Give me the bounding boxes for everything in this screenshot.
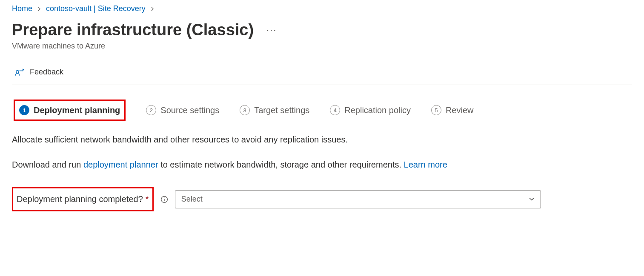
breadcrumb: Home contoso-vault | Site Recovery (12, 4, 632, 13)
more-actions-button[interactable]: ··· (264, 24, 279, 37)
step-label: Target settings (254, 105, 309, 115)
step-number: 2 (146, 105, 156, 115)
description-line-2: Download and run deployment planner to e… (12, 159, 632, 171)
feedback-icon (14, 67, 25, 77)
step-number: 5 (431, 105, 441, 115)
step-label: Replication policy (344, 105, 411, 115)
deployment-completed-select[interactable]: Select (175, 191, 541, 208)
toolbar: Feedback (12, 65, 632, 85)
page-title: Prepare infrastructure (Classic) (12, 21, 254, 39)
required-marker: * (146, 194, 149, 204)
feedback-label: Feedback (30, 68, 63, 77)
text-fragment: Download and run (12, 160, 83, 169)
feedback-button[interactable]: Feedback (12, 65, 66, 79)
breadcrumb-vault[interactable]: contoso-vault | Site Recovery (46, 4, 146, 13)
step-source-settings[interactable]: 2 Source settings (146, 105, 219, 115)
svg-point-0 (16, 71, 19, 73)
highlight-label: Deployment planning completed? * (12, 187, 154, 211)
step-review[interactable]: 5 Review (431, 105, 474, 115)
page-subtitle: VMware machines to Azure (12, 42, 632, 51)
step-label: Deployment planning (34, 105, 120, 115)
step-replication-policy[interactable]: 4 Replication policy (330, 105, 411, 115)
step-deployment-planning[interactable]: 1 Deployment planning (19, 105, 120, 115)
select-display[interactable]: Select (175, 191, 541, 208)
description-line-1: Allocate sufficient network bandwidth an… (12, 134, 632, 146)
learn-more-link[interactable]: Learn more (404, 160, 447, 169)
form-row-deployment-completed: Deployment planning completed? * Select (12, 187, 632, 211)
deployment-planner-link[interactable]: deployment planner (83, 160, 158, 169)
field-label: Deployment planning completed? (17, 194, 143, 204)
step-target-settings[interactable]: 3 Target settings (240, 105, 309, 115)
step-number: 4 (330, 105, 340, 115)
text-fragment: to estimate network bandwidth, storage a… (158, 160, 404, 169)
step-number: 3 (240, 105, 250, 115)
step-number: 1 (19, 105, 29, 115)
step-label: Review (446, 105, 474, 115)
chevron-right-icon (150, 6, 155, 11)
highlight-step-1: 1 Deployment planning (14, 100, 126, 121)
breadcrumb-home[interactable]: Home (12, 4, 32, 13)
select-placeholder: Select (181, 195, 203, 204)
info-icon[interactable] (160, 196, 168, 203)
chevron-down-icon (528, 195, 535, 203)
chevron-right-icon (37, 6, 42, 11)
wizard-steps: 1 Deployment planning 2 Source settings … (12, 100, 632, 121)
svg-point-3 (164, 197, 164, 198)
step-label: Source settings (160, 105, 219, 115)
